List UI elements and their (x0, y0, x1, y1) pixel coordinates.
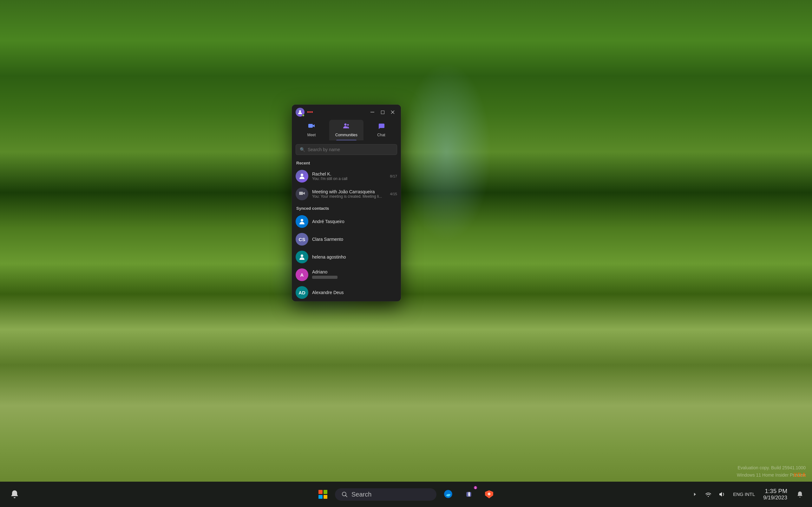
svg-point-15 (468, 492, 470, 493)
tab-meet[interactable]: Meet (294, 120, 328, 140)
search-label: Search (351, 491, 371, 498)
desktop: ••• (0, 0, 812, 507)
restore-button[interactable] (378, 108, 387, 117)
svg-rect-9 (299, 192, 303, 195)
joao-preview: You: Your meeting is created. Meeting li… (312, 194, 386, 199)
edge-browser-button[interactable] (440, 486, 457, 503)
teams-chat-window: ••• (292, 105, 401, 301)
svg-line-13 (346, 496, 347, 497)
helena-avatar (296, 250, 308, 263)
search-icon: 🔍 (300, 147, 305, 152)
joao-name: Meeting with João Carrasqueira (312, 189, 386, 194)
clara-name: Clara Sarmento (312, 237, 397, 242)
taskbar-center: Search 1 (315, 486, 497, 503)
language-text: ENG INTL (733, 492, 755, 497)
title-bar-controls (368, 108, 397, 117)
brave-button[interactable] (481, 486, 497, 503)
helena-name: helena agostinho (312, 255, 397, 260)
svg-point-6 (345, 124, 347, 126)
adriano-name: Adriano (312, 269, 397, 274)
contact-adriano[interactable]: A Adriano (292, 266, 401, 284)
wifi-icon[interactable] (703, 489, 714, 500)
volume-icon[interactable] (716, 489, 727, 500)
svg-rect-5 (308, 124, 313, 128)
tab-communities[interactable]: Communities (329, 120, 363, 140)
andre-info: André Tasqueiro (312, 219, 397, 224)
svg-point-7 (347, 124, 349, 126)
taskbar-left (6, 486, 23, 503)
alexandre-avatar: AD (296, 286, 308, 299)
taskbar-search-button[interactable]: Search (335, 488, 437, 501)
svg-point-11 (301, 255, 303, 257)
search-container: 🔍 (292, 140, 401, 158)
svg-point-0 (299, 110, 301, 112)
windows-logo (318, 490, 327, 499)
joao-date: 4/15 (390, 192, 397, 196)
title-bar-left: ••• (296, 108, 313, 117)
joao-avatar (296, 187, 308, 200)
chat-icon (377, 122, 385, 132)
contact-clara[interactable]: CS Clara Sarmento (292, 230, 401, 248)
rachel-date: 8/17 (390, 174, 397, 178)
clock-time: 1:35 PM (763, 488, 787, 495)
helena-info: helena agostinho (312, 255, 397, 260)
rachel-name: Rachel K. (312, 171, 386, 176)
recent-item-rachel[interactable]: Rachel K. You: I'm still on a call 8/17 (292, 167, 401, 185)
rachel-avatar (296, 170, 308, 182)
tab-bar: Meet Communities (292, 118, 401, 140)
recent-item-joao[interactable]: Meeting with João Carrasqueira You: Your… (292, 185, 401, 203)
notification-center-button[interactable] (6, 486, 23, 503)
start-button[interactable] (315, 486, 331, 503)
contact-alexandre[interactable]: AD Alexandre Deus (292, 284, 401, 301)
title-bar-more[interactable]: ••• (307, 109, 313, 116)
alexandre-initials: AD (299, 290, 305, 295)
svg-rect-2 (381, 111, 384, 114)
eval-text: Evaluation copy. Build 25941.1000 (737, 464, 806, 471)
recent-section-header: Recent (292, 158, 401, 167)
rachel-preview: You: I'm still on a call (312, 176, 386, 181)
alexandre-name: Alexandre Deus (312, 290, 397, 295)
svg-point-10 (301, 219, 303, 222)
chat-label: Chat (377, 133, 385, 137)
meet-label: Meet (307, 133, 316, 137)
adriano-status-redacted (312, 276, 338, 279)
tray-show-hidden-button[interactable] (689, 489, 701, 500)
language-indicator[interactable]: ENG INTL (732, 489, 756, 500)
adriano-avatar: A (296, 268, 308, 281)
clara-avatar: CS (296, 233, 308, 245)
synced-contacts-header: Synced contacts (292, 203, 401, 213)
teams-user-avatar (296, 108, 305, 117)
wallpaper (0, 0, 812, 507)
search-input[interactable] (308, 147, 393, 152)
alexandre-info: Alexandre Deus (312, 290, 397, 295)
contact-helena[interactable]: helena agostinho (292, 248, 401, 266)
communities-label: Communities (335, 133, 357, 137)
meet-icon (308, 122, 315, 132)
andre-avatar (296, 215, 308, 228)
clara-initials: CS (299, 237, 305, 242)
taskbar: Search 1 (0, 482, 812, 507)
search-box[interactable]: 🔍 (296, 144, 397, 155)
joao-info: Meeting with João Carrasqueira You: Your… (312, 189, 386, 199)
svg-rect-1 (370, 112, 374, 112)
close-button[interactable] (388, 108, 397, 117)
adriano-info: Adriano (312, 269, 397, 280)
andre-name: André Tasqueiro (312, 219, 397, 224)
teams-taskbar-wrap: 1 (461, 486, 477, 503)
system-clock[interactable]: 1:35 PM 9/19/2023 (761, 487, 790, 502)
rachel-info: Rachel K. You: I'm still on a call (312, 171, 386, 181)
taskbar-right: ENG INTL 1:35 PM 9/19/2023 (689, 487, 806, 502)
tray-icons (689, 489, 727, 500)
tab-chat[interactable]: Chat (364, 120, 398, 140)
teams-notification-badge: 1 (473, 486, 478, 490)
communities-icon (343, 122, 350, 132)
clock-date: 9/19/2023 (763, 495, 787, 501)
svg-point-8 (301, 174, 303, 176)
status-dot (302, 114, 305, 117)
clara-info: Clara Sarmento (312, 237, 397, 242)
xda-watermark: XDA (793, 472, 806, 478)
minimize-button[interactable] (368, 108, 377, 117)
contact-andre[interactable]: André Tasqueiro (292, 213, 401, 230)
title-bar: ••• (292, 105, 401, 118)
notification-bell-icon[interactable] (794, 489, 806, 500)
